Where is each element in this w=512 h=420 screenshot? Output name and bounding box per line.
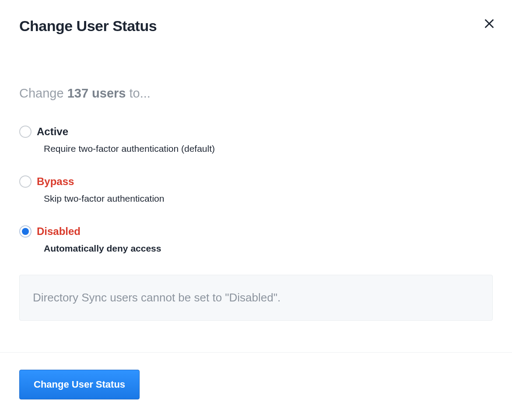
option-text: Bypass Skip two-factor authentication	[37, 175, 164, 204]
modal-footer: Change User Status	[0, 347, 512, 399]
radio-active[interactable]	[19, 126, 32, 138]
change-suffix: to...	[126, 86, 150, 100]
option-desc-bypass: Skip two-factor authentication	[44, 193, 164, 204]
option-disabled[interactable]: Disabled Automatically deny access	[19, 225, 493, 254]
footer-divider	[0, 352, 512, 353]
radio-disabled[interactable]	[19, 225, 32, 238]
change-prefix: Change	[19, 86, 67, 100]
change-user-status-button[interactable]: Change User Status	[19, 370, 140, 399]
change-summary: Change 137 users to...	[19, 86, 493, 101]
option-desc-disabled: Automatically deny access	[44, 243, 161, 254]
change-user-status-modal: Change User Status Change 137 users to..…	[0, 0, 512, 321]
radio-dot-icon	[22, 228, 29, 235]
option-label-bypass: Bypass	[37, 175, 164, 188]
close-icon	[483, 18, 495, 30]
option-text: Active Require two-factor authentication…	[37, 125, 215, 154]
option-desc-active: Require two-factor authentication (defau…	[44, 144, 215, 154]
radio-bypass[interactable]	[19, 175, 32, 188]
option-text: Disabled Automatically deny access	[37, 225, 161, 254]
close-button[interactable]	[481, 16, 497, 33]
option-label-active: Active	[37, 125, 215, 138]
option-bypass[interactable]: Bypass Skip two-factor authentication	[19, 175, 493, 204]
modal-header: Change User Status	[19, 18, 493, 35]
user-count: 137 users	[67, 86, 126, 100]
modal-title: Change User Status	[19, 18, 157, 35]
status-options: Active Require two-factor authentication…	[19, 125, 493, 254]
option-active[interactable]: Active Require two-factor authentication…	[19, 125, 493, 154]
option-label-disabled: Disabled	[37, 225, 161, 238]
info-banner: Directory Sync users cannot be set to "D…	[19, 275, 493, 321]
